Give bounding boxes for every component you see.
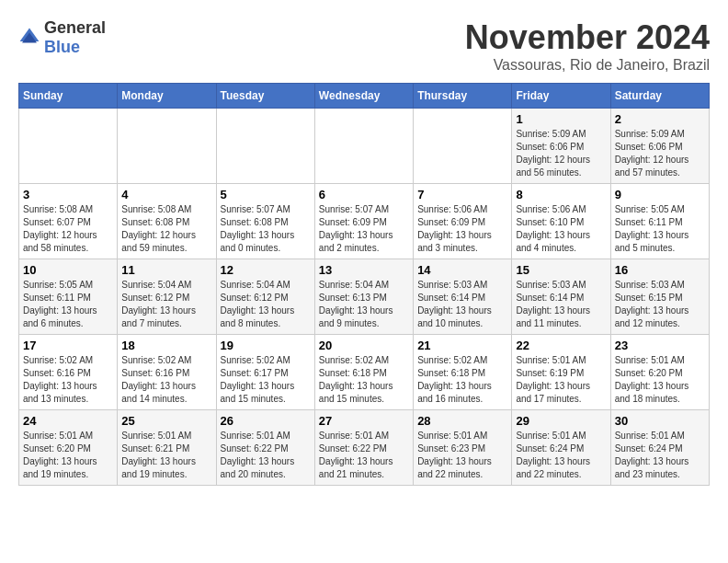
calendar-cell: 21Sunrise: 5:02 AM Sunset: 6:18 PM Dayli…: [414, 335, 512, 410]
day-number: 22: [516, 339, 606, 352]
day-number: 4: [121, 188, 211, 201]
calendar-cell: 1Sunrise: 5:09 AM Sunset: 6:06 PM Daylig…: [512, 109, 610, 184]
day-info: Sunrise: 5:06 AM Sunset: 6:10 PM Dayligh…: [516, 203, 606, 255]
day-number: 2: [615, 112, 705, 126]
day-number: 12: [221, 263, 311, 277]
calendar-week-3: 10Sunrise: 5:05 AM Sunset: 6:11 PM Dayli…: [19, 259, 710, 335]
day-number: 25: [121, 414, 211, 428]
day-info: Sunrise: 5:01 AM Sunset: 6:21 PM Dayligh…: [121, 430, 211, 481]
logo: General Blue: [18, 18, 106, 57]
calendar-cell: 9Sunrise: 5:05 AM Sunset: 6:11 PM Daylig…: [610, 184, 709, 259]
day-number: 8: [516, 188, 606, 201]
day-number: 10: [23, 263, 113, 277]
weekday-header-sunday: Sunday: [19, 84, 118, 109]
calendar-week-5: 24Sunrise: 5:01 AM Sunset: 6:20 PM Dayli…: [19, 410, 710, 486]
logo-icon: [18, 27, 40, 49]
calendar-table: SundayMondayTuesdayWednesdayThursdayFrid…: [18, 83, 710, 486]
calendar-cell: [414, 109, 512, 184]
day-number: 16: [615, 263, 705, 277]
calendar-body: 1Sunrise: 5:09 AM Sunset: 6:06 PM Daylig…: [19, 109, 710, 486]
day-number: 17: [23, 339, 113, 352]
calendar-cell: 18Sunrise: 5:02 AM Sunset: 6:16 PM Dayli…: [118, 335, 216, 410]
logo-blue: Blue: [44, 38, 80, 56]
calendar-cell: 4Sunrise: 5:08 AM Sunset: 6:08 PM Daylig…: [118, 184, 216, 259]
calendar-cell: 22Sunrise: 5:01 AM Sunset: 6:19 PM Dayli…: [512, 335, 610, 410]
day-number: 6: [319, 188, 409, 201]
location-title: Vassouras, Rio de Janeiro, Brazil: [465, 57, 710, 74]
day-number: 1: [516, 112, 606, 126]
day-info: Sunrise: 5:01 AM Sunset: 6:20 PM Dayligh…: [615, 354, 705, 406]
day-info: Sunrise: 5:01 AM Sunset: 6:19 PM Dayligh…: [516, 354, 606, 406]
calendar-cell: 10Sunrise: 5:05 AM Sunset: 6:11 PM Dayli…: [19, 259, 118, 335]
calendar-cell: 2Sunrise: 5:09 AM Sunset: 6:06 PM Daylig…: [610, 109, 709, 184]
weekday-header-tuesday: Tuesday: [216, 84, 314, 109]
calendar-cell: 23Sunrise: 5:01 AM Sunset: 6:20 PM Dayli…: [610, 335, 709, 410]
calendar-cell: [314, 109, 413, 184]
day-info: Sunrise: 5:01 AM Sunset: 6:20 PM Dayligh…: [23, 430, 113, 481]
day-info: Sunrise: 5:02 AM Sunset: 6:18 PM Dayligh…: [417, 354, 507, 406]
day-number: 18: [121, 339, 211, 352]
day-number: 15: [516, 263, 606, 277]
day-info: Sunrise: 5:05 AM Sunset: 6:11 PM Dayligh…: [23, 279, 113, 330]
day-number: 20: [319, 339, 409, 352]
calendar-cell: 14Sunrise: 5:03 AM Sunset: 6:14 PM Dayli…: [414, 259, 512, 335]
calendar-cell: 6Sunrise: 5:07 AM Sunset: 6:09 PM Daylig…: [314, 184, 413, 259]
day-number: 7: [417, 188, 507, 201]
day-info: Sunrise: 5:03 AM Sunset: 6:14 PM Dayligh…: [417, 279, 507, 330]
calendar-cell: 20Sunrise: 5:02 AM Sunset: 6:18 PM Dayli…: [314, 335, 413, 410]
day-info: Sunrise: 5:07 AM Sunset: 6:09 PM Dayligh…: [319, 203, 409, 255]
day-number: 13: [319, 263, 409, 277]
day-number: 28: [417, 414, 507, 428]
calendar-cell: 29Sunrise: 5:01 AM Sunset: 6:24 PM Dayli…: [512, 410, 610, 486]
weekday-header-row: SundayMondayTuesdayWednesdayThursdayFrid…: [19, 84, 710, 109]
day-number: 5: [221, 188, 311, 201]
day-info: Sunrise: 5:02 AM Sunset: 6:17 PM Dayligh…: [221, 354, 311, 406]
weekday-header-monday: Monday: [118, 84, 216, 109]
calendar-cell: 13Sunrise: 5:04 AM Sunset: 6:13 PM Dayli…: [314, 259, 413, 335]
calendar-cell: 11Sunrise: 5:04 AM Sunset: 6:12 PM Dayli…: [118, 259, 216, 335]
calendar-cell: 7Sunrise: 5:06 AM Sunset: 6:09 PM Daylig…: [414, 184, 512, 259]
day-number: 14: [417, 263, 507, 277]
day-info: Sunrise: 5:03 AM Sunset: 6:14 PM Dayligh…: [516, 279, 606, 330]
day-info: Sunrise: 5:08 AM Sunset: 6:08 PM Dayligh…: [121, 203, 211, 255]
day-info: Sunrise: 5:01 AM Sunset: 6:24 PM Dayligh…: [516, 430, 606, 481]
weekday-header-saturday: Saturday: [610, 84, 709, 109]
day-info: Sunrise: 5:05 AM Sunset: 6:11 PM Dayligh…: [615, 203, 705, 255]
day-number: 9: [615, 188, 705, 201]
calendar-cell: 24Sunrise: 5:01 AM Sunset: 6:20 PM Dayli…: [19, 410, 118, 486]
day-info: Sunrise: 5:04 AM Sunset: 6:12 PM Dayligh…: [121, 279, 211, 330]
day-info: Sunrise: 5:02 AM Sunset: 6:18 PM Dayligh…: [319, 354, 409, 406]
day-number: 19: [221, 339, 311, 352]
calendar-cell: 19Sunrise: 5:02 AM Sunset: 6:17 PM Dayli…: [216, 335, 314, 410]
month-title: November 2024: [465, 18, 710, 57]
calendar-cell: [19, 109, 118, 184]
day-info: Sunrise: 5:08 AM Sunset: 6:07 PM Dayligh…: [23, 203, 113, 255]
day-number: 23: [615, 339, 705, 352]
weekday-header-friday: Friday: [512, 84, 610, 109]
day-info: Sunrise: 5:01 AM Sunset: 6:23 PM Dayligh…: [417, 430, 507, 481]
logo-general: General: [44, 18, 106, 37]
day-info: Sunrise: 5:09 AM Sunset: 6:06 PM Dayligh…: [516, 128, 606, 179]
calendar-cell: 12Sunrise: 5:04 AM Sunset: 6:12 PM Dayli…: [216, 259, 314, 335]
calendar-cell: 30Sunrise: 5:01 AM Sunset: 6:24 PM Dayli…: [610, 410, 709, 486]
weekday-header-wednesday: Wednesday: [314, 84, 413, 109]
day-number: 27: [319, 414, 409, 428]
day-number: 24: [23, 414, 113, 428]
day-info: Sunrise: 5:01 AM Sunset: 6:22 PM Dayligh…: [319, 430, 409, 481]
day-info: Sunrise: 5:03 AM Sunset: 6:15 PM Dayligh…: [615, 279, 705, 330]
day-info: Sunrise: 5:04 AM Sunset: 6:12 PM Dayligh…: [221, 279, 311, 330]
day-info: Sunrise: 5:02 AM Sunset: 6:16 PM Dayligh…: [121, 354, 211, 406]
day-number: 11: [121, 263, 211, 277]
calendar-cell: 16Sunrise: 5:03 AM Sunset: 6:15 PM Dayli…: [610, 259, 709, 335]
calendar-cell: 28Sunrise: 5:01 AM Sunset: 6:23 PM Dayli…: [414, 410, 512, 486]
day-number: 29: [516, 414, 606, 428]
calendar-cell: 25Sunrise: 5:01 AM Sunset: 6:21 PM Dayli…: [118, 410, 216, 486]
calendar-cell: 15Sunrise: 5:03 AM Sunset: 6:14 PM Dayli…: [512, 259, 610, 335]
calendar-week-2: 3Sunrise: 5:08 AM Sunset: 6:07 PM Daylig…: [19, 184, 710, 259]
day-info: Sunrise: 5:04 AM Sunset: 6:13 PM Dayligh…: [319, 279, 409, 330]
day-info: Sunrise: 5:02 AM Sunset: 6:16 PM Dayligh…: [23, 354, 113, 406]
weekday-header-thursday: Thursday: [414, 84, 512, 109]
day-number: 21: [417, 339, 507, 352]
calendar-cell: [118, 109, 216, 184]
calendar-cell: 26Sunrise: 5:01 AM Sunset: 6:22 PM Dayli…: [216, 410, 314, 486]
